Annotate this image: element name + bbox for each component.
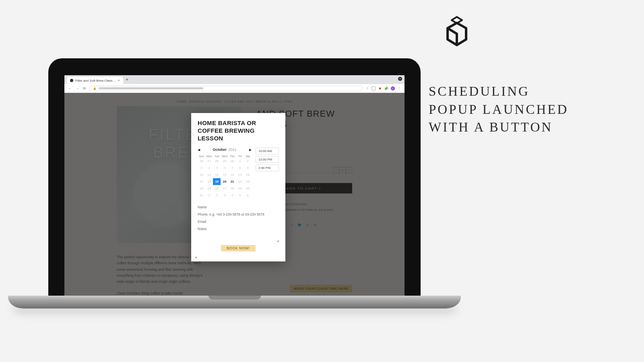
- scheduling-modal: HOME BARISTA OR COFFEE BREWING LESSON ◀ …: [191, 113, 285, 261]
- time-slot[interactable]: 2:00 PM: [256, 165, 279, 171]
- window-close-icon[interactable]: ×: [398, 77, 402, 81]
- tab-close-icon[interactable]: ×: [118, 78, 120, 82]
- calendar-day[interactable]: 15: [236, 171, 244, 178]
- calendar-day[interactable]: 5: [213, 165, 221, 171]
- calendar-day[interactable]: 7: [229, 165, 236, 171]
- calendar-dow: Sat: [244, 155, 252, 158]
- calendar-day[interactable]: 1: [236, 158, 244, 165]
- book-now-button[interactable]: BOOK NOW!: [221, 245, 255, 251]
- tab-bar: Filter and Soft Brew Class (1.5 × + ×: [64, 75, 405, 84]
- calendar-day[interactable]: 16: [244, 171, 252, 178]
- time-slot-list: 10:00 AM 12:00 PM 2:00 PM: [256, 148, 279, 199]
- calendar-dow: Sun: [198, 155, 205, 158]
- calendar-day[interactable]: 3: [198, 165, 205, 171]
- calendar-day[interactable]: 30: [229, 158, 236, 165]
- name-field[interactable]: Name: [198, 204, 279, 211]
- calendar: ◀ October 2021 ▶ SunMonTueWedThuFriSat 2…: [198, 148, 252, 199]
- calendar-day[interactable]: 20: [221, 178, 228, 185]
- url-input[interactable]: 🔒: [89, 86, 363, 91]
- profile-avatar[interactable]: C: [391, 86, 395, 90]
- notes-field[interactable]: Notes: [198, 225, 279, 241]
- calendar-day[interactable]: 10: [198, 171, 205, 178]
- calendar-day[interactable]: 8: [236, 165, 244, 171]
- url-text: [99, 87, 203, 89]
- forward-icon[interactable]: →: [75, 86, 80, 90]
- calendar-dow: Mon: [205, 155, 213, 158]
- modal-title: HOME BARISTA OR COFFEE BREWING LESSON: [198, 119, 279, 142]
- calendar-day[interactable]: 1: [205, 192, 213, 199]
- calendar-day[interactable]: 5: [236, 192, 244, 199]
- extension-icon-1[interactable]: [372, 86, 376, 90]
- calendar-day[interactable]: 11: [205, 171, 213, 178]
- extensions-icon[interactable]: [384, 86, 388, 90]
- calendar-day[interactable]: 18: [205, 178, 213, 185]
- calendar-day[interactable]: 27: [205, 158, 213, 165]
- extension-icon-2[interactable]: ◆: [378, 86, 382, 90]
- tab-title: Filter and Soft Brew Class (1.5: [75, 79, 116, 82]
- calendar-day[interactable]: 9: [244, 165, 252, 171]
- calendar-day[interactable]: 14: [229, 171, 236, 178]
- calendar-day[interactable]: 2: [213, 192, 221, 199]
- calendar-dow: Tue: [213, 155, 221, 158]
- favicon-icon: [70, 79, 73, 82]
- back-icon[interactable]: ←: [68, 86, 72, 90]
- calendar-dow: Wed: [221, 155, 228, 158]
- calendar-day[interactable]: 27: [221, 185, 228, 192]
- calendar-month: October: [213, 148, 227, 152]
- browser-tab[interactable]: Filter and Soft Brew Class (1.5 ×: [67, 77, 123, 84]
- calendar-day[interactable]: 13: [221, 171, 228, 178]
- slide-caption: SCHEDULING POPUP LAUNCHED WITH A BUTTON: [429, 82, 582, 136]
- calendar-day[interactable]: 30: [244, 185, 252, 192]
- calendar-day[interactable]: 6: [244, 192, 252, 199]
- calendar-day[interactable]: 25: [205, 185, 213, 192]
- menu-icon[interactable]: [397, 86, 401, 90]
- calendar-day[interactable]: 26: [198, 158, 205, 165]
- calendar-day[interactable]: 6: [221, 165, 228, 171]
- bookmark-icon[interactable]: [365, 86, 369, 90]
- phone-field[interactable]: Phone, e.g. +64 3-234 5678 or 03-234 567…: [198, 211, 279, 218]
- laptop-mockup: Filter and Soft Brew Class (1.5 × + × ← …: [48, 58, 421, 320]
- calendar-dow: Thu: [229, 155, 236, 158]
- brand-logo: [443, 16, 471, 50]
- calendar-day[interactable]: 12: [213, 171, 221, 178]
- calendar-dow: Fri: [236, 155, 244, 158]
- calendar-day[interactable]: 23: [244, 178, 252, 185]
- email-field[interactable]: Email: [198, 218, 279, 225]
- lock-icon: 🔒: [93, 87, 97, 90]
- modal-footer-brand: ▲: [191, 255, 285, 261]
- prev-month-icon[interactable]: ◀: [198, 148, 200, 152]
- reload-icon[interactable]: ⟳: [82, 86, 87, 90]
- calendar-day[interactable]: 22: [236, 178, 244, 185]
- calendar-day[interactable]: 29: [236, 185, 244, 192]
- time-slot[interactable]: 12:00 PM: [256, 156, 279, 163]
- calendar-day[interactable]: 19: [213, 178, 221, 185]
- calendar-day[interactable]: 17: [198, 178, 205, 185]
- calendar-day[interactable]: 3: [221, 192, 228, 199]
- calendar-day[interactable]: 28: [229, 185, 236, 192]
- calendar-day[interactable]: 24: [198, 185, 205, 192]
- widget-brand-icon: ▲: [194, 255, 198, 259]
- calendar-day[interactable]: 4: [229, 192, 236, 199]
- calendar-day[interactable]: 2: [244, 158, 252, 165]
- calendar-day[interactable]: 4: [205, 165, 213, 171]
- calendar-day[interactable]: 26: [213, 185, 221, 192]
- address-bar: ← → ⟳ 🔒 ◆ C: [64, 84, 405, 93]
- calendar-day[interactable]: 21: [229, 178, 236, 185]
- time-slot[interactable]: 10:00 AM: [256, 148, 279, 154]
- next-month-icon[interactable]: ▶: [249, 148, 252, 152]
- calendar-day[interactable]: 29: [221, 158, 228, 165]
- calendar-year: 2021: [229, 148, 237, 152]
- calendar-day[interactable]: 31: [198, 192, 205, 199]
- new-tab-button[interactable]: +: [126, 77, 128, 82]
- calendar-day[interactable]: 28: [213, 158, 221, 165]
- resize-handle-icon[interactable]: ◢: [198, 239, 279, 243]
